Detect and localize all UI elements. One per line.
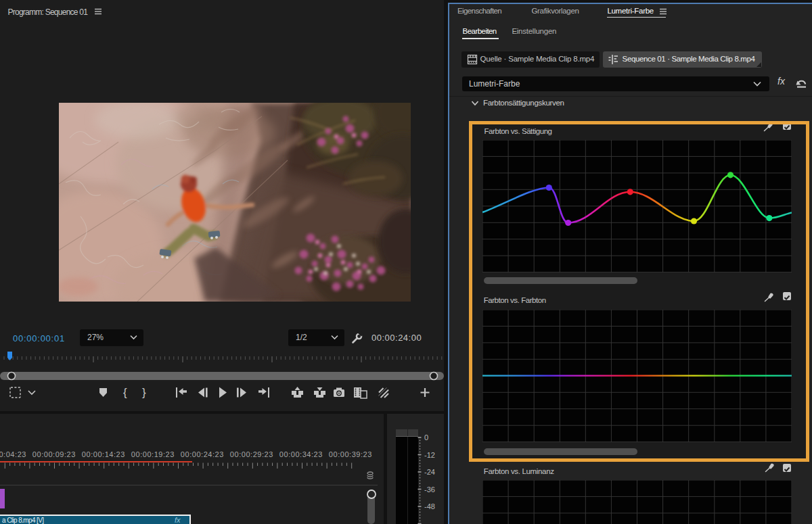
svg-text:{: { [123,386,127,399]
svg-text:}: } [142,386,146,399]
